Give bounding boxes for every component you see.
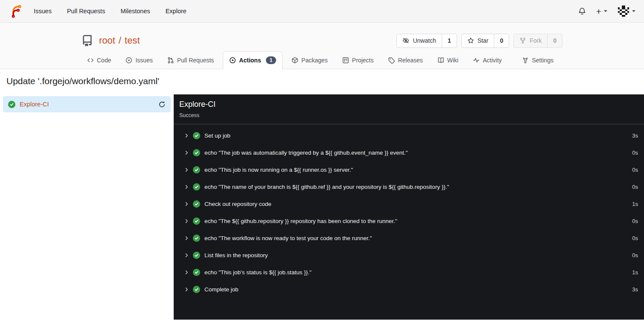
unwatch-label: Unwatch (413, 37, 436, 44)
notifications-button[interactable] (578, 7, 586, 15)
bell-icon (578, 7, 586, 15)
step-name: Set up job (204, 132, 629, 139)
chevron-right-icon[interactable] (184, 252, 190, 258)
step-name: echo "This job's status is ${{ job.statu… (204, 269, 629, 276)
fork-label: Fork (530, 37, 542, 44)
caret-down-icon (604, 10, 607, 12)
tab-label: Activity (483, 57, 501, 64)
refresh-icon (158, 101, 166, 108)
nav-issues[interactable]: Issues (26, 8, 59, 15)
step-row[interactable]: echo "This job is now running on a ${{ r… (174, 161, 644, 178)
user-menu-button[interactable] (618, 5, 635, 17)
success-check-icon (193, 269, 200, 276)
tab-label: Pull Requests (177, 57, 214, 64)
step-row[interactable]: echo "The ${{ github.repository }} repos… (174, 212, 644, 229)
forgejo-logo[interactable] (9, 5, 22, 18)
main-content: Update '.forgejo/workflows/demo.yaml' Ex… (0, 76, 644, 320)
star-button-group: Star 0 (461, 34, 509, 48)
forgejo-logo-icon (9, 5, 22, 18)
stars-count[interactable]: 0 (494, 34, 509, 47)
step-duration: 0s (632, 184, 638, 190)
star-button[interactable]: Star (462, 34, 494, 47)
nav-pull-requests[interactable]: Pull Requests (59, 8, 113, 15)
avatar-identicon (618, 6, 629, 17)
success-check-icon (8, 101, 15, 108)
chevron-right-icon[interactable] (184, 150, 190, 156)
step-row[interactable]: Set up job 3s (174, 127, 644, 144)
fork-button[interactable]: Fork (514, 34, 547, 47)
actions-count-badge: 1 (266, 56, 277, 64)
step-row[interactable]: echo "The job was automatically triggere… (174, 144, 644, 161)
watchers-count[interactable]: 1 (442, 34, 457, 47)
step-row[interactable]: List files in the repository 0s (174, 247, 644, 264)
book-icon (437, 57, 444, 64)
tab-issues[interactable]: Issues (120, 52, 158, 69)
step-duration: 3s (632, 132, 638, 139)
unwatch-button[interactable]: Unwatch (397, 34, 441, 47)
plus-icon: + (596, 7, 601, 16)
step-row[interactable]: echo "The name of your branch is ${{ git… (174, 178, 644, 195)
chevron-right-icon[interactable] (184, 235, 190, 241)
step-row[interactable]: echo "The workflow is now ready to test … (174, 229, 644, 247)
chevron-right-icon[interactable] (184, 133, 190, 138)
tab-label: Actions (239, 57, 261, 64)
jobs-sidebar: Explore-CI (0, 94, 174, 320)
repo-breadcrumb: root / test (99, 35, 140, 46)
repo-name-link[interactable]: test (125, 35, 140, 46)
success-check-icon (193, 235, 200, 242)
run-detail-panel: Explore-CI Success Set up job 3s echo "T… (174, 94, 644, 320)
nav-milestones[interactable]: Milestones (113, 8, 157, 15)
step-duration: 1s (632, 269, 638, 276)
step-duration: 0s (632, 150, 638, 156)
repo-tab-bar: Code Issues Pull Requests (82, 51, 562, 69)
repo-owner-link[interactable]: root (99, 35, 115, 46)
pulse-icon (473, 57, 480, 64)
chevron-right-icon[interactable] (184, 184, 190, 190)
chevron-right-icon[interactable] (184, 287, 190, 292)
tab-wiki[interactable]: Wiki (432, 52, 464, 69)
tab-releases[interactable]: Releases (382, 52, 428, 69)
rerun-job-button[interactable] (158, 101, 166, 108)
step-name: Complete job (204, 286, 629, 293)
nav-explore[interactable]: Explore (158, 8, 194, 15)
step-duration: 0s (632, 167, 638, 173)
step-name: List files in the repository (204, 252, 629, 258)
step-name: echo "This job is now running on a ${{ r… (204, 167, 629, 173)
step-duration: 0s (632, 252, 638, 258)
success-check-icon (193, 252, 200, 259)
chevron-right-icon[interactable] (184, 270, 190, 275)
forks-count[interactable]: 0 (547, 34, 562, 47)
tab-actions[interactable]: Actions 1 (223, 51, 283, 69)
tab-packages[interactable]: Packages (286, 52, 333, 69)
navbar-right: + (578, 5, 635, 17)
success-check-icon (193, 200, 200, 208)
tab-pull-requests[interactable]: Pull Requests (162, 52, 219, 69)
step-row[interactable]: Check out repository code 1s (174, 195, 644, 212)
tab-label: Projects (352, 57, 374, 64)
star-label: Star (478, 37, 489, 44)
tab-label: Releases (398, 57, 423, 64)
create-new-button[interactable]: + (596, 7, 607, 16)
star-icon (467, 37, 474, 44)
eye-slash-icon (402, 37, 409, 44)
tab-settings[interactable]: Settings (516, 52, 559, 69)
step-name: echo "The job was automatically triggere… (204, 150, 629, 156)
step-row[interactable]: Complete job 3s (174, 281, 644, 298)
repo-icon (82, 35, 93, 47)
step-row[interactable]: echo "This job's status is ${{ job.statu… (174, 264, 644, 281)
tab-label: Code (97, 57, 111, 64)
git-fork-icon (519, 37, 526, 44)
success-check-icon (193, 217, 200, 225)
sidebar-job-explore-ci[interactable]: Explore-CI (3, 96, 171, 112)
tab-projects[interactable]: Projects (337, 52, 379, 69)
step-duration: 1s (632, 201, 638, 207)
tab-label: Wiki (447, 57, 458, 64)
chevron-right-icon[interactable] (184, 218, 190, 224)
tab-activity[interactable]: Activity (467, 52, 507, 69)
success-check-icon (193, 166, 200, 173)
run-job-title: Explore-CI (179, 100, 637, 109)
chevron-right-icon[interactable] (184, 167, 190, 173)
chevron-right-icon[interactable] (184, 201, 190, 207)
tab-code[interactable]: Code (82, 52, 117, 69)
step-duration: 3s (632, 286, 638, 293)
